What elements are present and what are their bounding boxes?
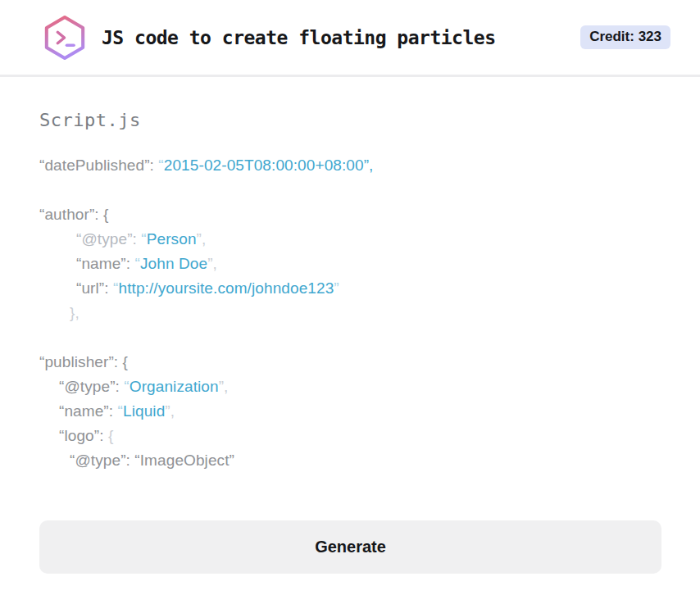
code-segment: ”, bbox=[219, 378, 229, 395]
page-title: JS code to create floating particles bbox=[102, 27, 496, 48]
header: JS code to create floating particles Cre… bbox=[0, 0, 700, 77]
code-segment: “@type”: “ImageObject” bbox=[70, 452, 234, 469]
code-line: “@type”: “ImageObject” bbox=[39, 448, 661, 473]
code-line bbox=[39, 325, 661, 350]
credit-badge: Credit: 323 bbox=[580, 25, 670, 49]
code-segment: “@type”: bbox=[76, 230, 141, 247]
code-line: “datePublished”: “2015-02-05T08:00:00+08… bbox=[39, 153, 661, 178]
code-line: “logo”: { bbox=[39, 424, 661, 448]
code-segment: Organization bbox=[130, 378, 219, 395]
code-line: “@type”: “Person”, bbox=[39, 227, 661, 252]
code-segment: ”, bbox=[197, 230, 207, 247]
code-segment: “publisher”: { bbox=[39, 353, 128, 370]
code-segment: ”, bbox=[165, 402, 175, 420]
code-segment: ”, bbox=[207, 255, 217, 272]
code-segment: “url”: bbox=[76, 279, 113, 297]
content-area: Script.js “datePublished”: “2015-02-05T0… bbox=[0, 110, 700, 574]
code-line bbox=[39, 178, 661, 202]
code-segment: “@type”: bbox=[59, 378, 124, 395]
code-segment: http://yoursite.com/johndoe123 bbox=[118, 279, 334, 297]
code-segment: }, bbox=[70, 304, 80, 321]
code-segment: 2015-02-05T08:00:00+08:00 bbox=[164, 157, 364, 174]
code-segment: { bbox=[108, 427, 113, 444]
code-line: “@type”: “Organization”, bbox=[39, 375, 661, 399]
code-segment: Person bbox=[147, 230, 197, 247]
code-line: “url”: “http://yoursite.com/johndoe123” bbox=[39, 276, 661, 301]
app-window: JS code to create floating particles Cre… bbox=[0, 0, 700, 613]
code-line: }, bbox=[39, 301, 661, 325]
code-segment: “logo”: bbox=[59, 427, 108, 444]
code-segment: “name”: bbox=[76, 255, 135, 272]
code-line: “author”: { bbox=[39, 202, 661, 227]
code-segment: ” bbox=[334, 279, 339, 297]
code-line: “name”: “John Doe”, bbox=[39, 252, 661, 276]
code-segment: “datePublished”: bbox=[39, 157, 158, 174]
code-line: “publisher”: { bbox=[39, 350, 661, 375]
code-segment: ”, bbox=[364, 157, 374, 174]
generate-button[interactable]: Generate bbox=[39, 520, 661, 574]
terminal-hexagon-icon bbox=[43, 14, 87, 61]
filename-heading: Script.js bbox=[39, 110, 661, 130]
code-segment: “author”: { bbox=[39, 206, 109, 223]
code-block: “datePublished”: “2015-02-05T08:00:00+08… bbox=[39, 153, 661, 473]
code-line: “name”: “Liquid”, bbox=[39, 399, 661, 424]
code-segment: John Doe bbox=[140, 255, 207, 272]
code-segment: “name”: bbox=[59, 402, 118, 420]
code-segment: Liquid bbox=[123, 402, 165, 420]
